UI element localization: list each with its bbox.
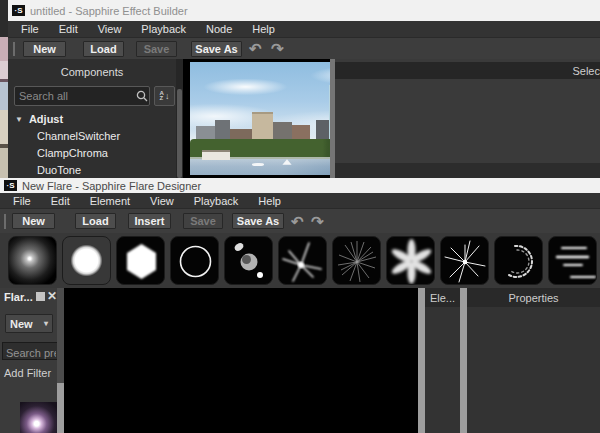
undo-icon[interactable]: ↶ <box>291 214 304 229</box>
sort-arrow-icon: ↓ <box>165 92 170 101</box>
menu-help[interactable]: Help <box>243 22 284 36</box>
components-tree: ▼ Adjust ChannelSwitcher ClampChroma Duo… <box>8 111 176 179</box>
menu-help[interactable]: Help <box>249 194 290 208</box>
flare-designer-titlebar[interactable]: ·S New Flare - Sapphire Flare Designer <box>0 178 600 193</box>
flare-thumbnail-rays[interactable] <box>332 236 381 285</box>
preset-search-box <box>2 342 60 360</box>
undo-icon[interactable]: ↶ <box>249 41 262 56</box>
effect-builder-content: Components A Z ↓ ▼ Adjust <box>8 59 600 178</box>
flare-thumbnail-streaks[interactable] <box>548 236 597 285</box>
menu-file[interactable]: File <box>12 22 48 36</box>
save-button: Save <box>183 213 223 229</box>
chevron-down-icon: ▾ <box>44 319 48 328</box>
effect-builder-titlebar[interactable]: ·S untitled - Sapphire Effect Builder <box>8 0 600 21</box>
flare-presets-panel: Flar... ✕ New ▾ Add Filter <box>0 288 57 433</box>
canvas-elements-splitter[interactable] <box>418 288 425 433</box>
load-button[interactable]: Load <box>75 213 116 229</box>
flare-thumbnail-star[interactable] <box>278 236 327 285</box>
tree-item-clampchroma[interactable]: ClampChroma <box>8 145 176 162</box>
menu-playback[interactable]: Playback <box>185 194 248 208</box>
save-as-button[interactable]: Save As <box>232 213 284 229</box>
effect-builder-toolbar: New Load Save Save As ↶ ↷ <box>8 37 600 59</box>
tree-item-duotone[interactable]: DuoTone <box>8 162 176 179</box>
flare-designer-workspace: Flar... ✕ New ▾ Add Filter Ele... <box>0 288 600 433</box>
select-panel: Selec <box>335 59 600 178</box>
elements-panel-header: Ele... <box>425 288 460 307</box>
flare-element-thumbnails <box>0 233 600 288</box>
desktop: ·S untitled - Sapphire Effect Builder Fi… <box>0 0 600 433</box>
menu-file[interactable]: File <box>4 194 40 208</box>
load-button[interactable]: Load <box>83 41 124 57</box>
toolbar-grip[interactable] <box>4 214 6 229</box>
add-filter-label[interactable]: Add Filter <box>4 367 51 379</box>
menu-view[interactable]: View <box>141 194 183 208</box>
sort-az-button[interactable]: A Z ↓ <box>154 86 175 106</box>
components-panel: Components A Z ↓ ▼ Adjust <box>8 59 176 178</box>
menu-node[interactable]: Node <box>197 22 241 36</box>
flare-thumbnail-crescent[interactable] <box>494 236 543 285</box>
menu-view[interactable]: View <box>89 22 131 36</box>
flare-thumbnail-spikes[interactable] <box>440 236 489 285</box>
float-panel-icon[interactable] <box>36 292 45 301</box>
effect-builder-title: untitled - Sapphire Effect Builder <box>30 5 188 17</box>
close-icon[interactable]: ✕ <box>47 289 57 303</box>
flare-canvas[interactable] <box>64 288 418 433</box>
flare-designer-window: ·S New Flare - Sapphire Flare Designer F… <box>0 178 600 433</box>
preset-thumbnail-purple-flare[interactable] <box>20 402 57 433</box>
flare-designer-title: New Flare - Sapphire Flare Designer <box>22 180 201 192</box>
properties-panel-header: Properties <box>467 288 600 307</box>
flare-presets-panel-header: Flar... <box>4 291 33 303</box>
chevron-down-icon: ▼ <box>15 115 23 124</box>
boathouse <box>202 150 230 160</box>
flare-thumbnail-disc[interactable] <box>62 236 111 285</box>
flare-thumbnail-bokeh[interactable] <box>224 236 273 285</box>
components-panel-header: Components <box>8 59 176 78</box>
background-window-sliver <box>0 0 8 178</box>
flare-designer-toolbar: New Load Insert Save Save As ↶ ↷ <box>0 208 600 233</box>
redo-icon[interactable]: ↷ <box>271 41 284 56</box>
presets-panel-scrollbar[interactable] <box>57 288 64 433</box>
flare-thumbnail-ring[interactable] <box>170 236 219 285</box>
search-icon <box>135 89 149 103</box>
preset-search-input[interactable] <box>3 345 59 361</box>
properties-panel: Properties <box>467 288 600 433</box>
sapphire-logo-icon: ·S <box>4 180 17 191</box>
new-button[interactable]: New <box>23 41 66 57</box>
flare-thumbnail-glow[interactable] <box>8 236 57 285</box>
select-panel-footer <box>335 163 600 178</box>
effect-builder-menubar: File Edit View Playback Node Help <box>8 21 600 37</box>
tree-group-adjust[interactable]: ▼ Adjust <box>8 111 176 128</box>
save-as-button[interactable]: Save As <box>191 41 242 57</box>
toolbar-grip[interactable] <box>13 42 15 56</box>
redo-icon[interactable]: ↷ <box>311 214 324 229</box>
menu-edit[interactable]: Edit <box>50 22 87 36</box>
elements-panel: Ele... <box>425 288 460 433</box>
sapphire-logo-icon: ·S <box>12 5 25 16</box>
new-button[interactable]: New <box>12 213 55 229</box>
flare-designer-menubar: File Edit Element View Playback Help <box>0 193 600 208</box>
components-search-box <box>14 86 150 106</box>
flare-thumbnail-hexagon[interactable] <box>116 236 165 285</box>
components-scrollbar[interactable] <box>176 59 183 178</box>
save-button: Save <box>136 41 177 57</box>
select-panel-header: Selec <box>335 62 600 79</box>
insert-button[interactable]: Insert <box>128 213 171 229</box>
elements-properties-splitter[interactable] <box>460 288 467 433</box>
tree-item-channelswitcher[interactable]: ChannelSwitcher <box>8 128 176 145</box>
flare-thumbnail-petals[interactable] <box>386 236 435 285</box>
menu-edit[interactable]: Edit <box>42 194 79 208</box>
components-search-input[interactable] <box>15 90 135 102</box>
preset-category-dropdown[interactable]: New ▾ <box>5 314 53 333</box>
menu-playback[interactable]: Playback <box>132 22 195 36</box>
menu-element[interactable]: Element <box>81 194 139 208</box>
